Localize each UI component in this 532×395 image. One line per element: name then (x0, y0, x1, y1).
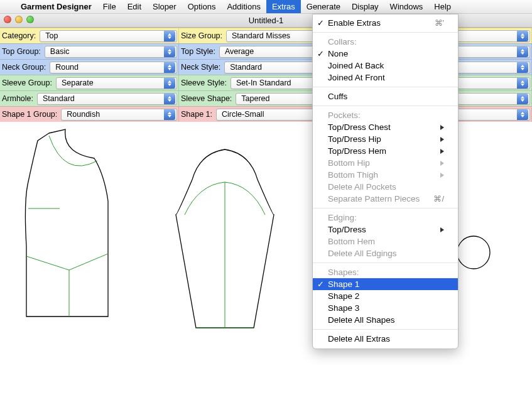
system-menubar: Garment Designer File Edit Sloper Option… (0, 0, 532, 14)
label-category: Category: (2, 31, 36, 40)
menu-item-delete-all-pockets: Delete All Pockets (313, 181, 458, 193)
select-armhole[interactable]: Standard (37, 93, 177, 105)
menu-item-collar-joined-front[interactable]: Joined At Front (313, 72, 458, 84)
menu-item-delete-all-edgings: Delete All Edgings (313, 247, 458, 259)
chevron-right-icon (440, 149, 444, 154)
label-armhole: Armhole: (2, 94, 33, 103)
shortcut: ⌘' (435, 18, 444, 28)
label-shape1: Shape 1: (181, 110, 212, 119)
chevron-updown-icon (164, 31, 175, 41)
svg-point-0 (457, 236, 490, 269)
menu-item-delete-all-shapes[interactable]: Delete All Shapes (313, 314, 458, 326)
select-neck-group[interactable]: Round (50, 62, 177, 73)
chevron-right-icon (440, 161, 444, 166)
label-sleeve-style: Sleeve Style: (181, 78, 227, 87)
window-controls (4, 16, 34, 23)
menu-item-enable-extras[interactable]: Enable Extras ⌘' (313, 17, 458, 29)
label-neck-style: Neck Style: (181, 63, 220, 72)
menu-item-collar-joined-back[interactable]: Joined At Back (313, 60, 458, 72)
menu-help[interactable]: Help (428, 0, 457, 13)
chevron-updown-icon (164, 46, 175, 57)
label-top-group: Top Group: (2, 47, 41, 56)
menu-item-pocket-bottom-thigh: Bottom Thigh (313, 169, 458, 181)
menu-item-delete-all-extras[interactable]: Delete All Extras (313, 333, 458, 345)
chevron-right-icon (440, 125, 444, 130)
menu-item-collar-none[interactable]: None (313, 48, 458, 60)
pattern-piece-front-left (19, 128, 116, 323)
menu-file[interactable]: File (97, 0, 122, 13)
app-menu[interactable]: Garment Designer (15, 2, 97, 11)
chevron-updown-icon (517, 78, 528, 89)
pattern-piece-left-sleeve (170, 147, 280, 335)
menu-additions[interactable]: Additions (221, 0, 266, 13)
menu-item-pocket-hip[interactable]: Top/Dress Hip (313, 133, 458, 145)
minimize-window-button[interactable] (15, 16, 23, 23)
menu-header-edging: Edging: (313, 212, 458, 224)
chevron-updown-icon (517, 46, 528, 57)
menu-options[interactable]: Options (182, 0, 222, 13)
pattern-piece-shape1 (455, 234, 492, 271)
select-top-group[interactable]: Basic (45, 46, 177, 58)
select-shape1-group[interactable]: Roundish (61, 109, 177, 121)
label-shape1-group: Shape 1 Group: (2, 110, 57, 119)
chevron-right-icon (440, 227, 444, 232)
menu-item-shape-2[interactable]: Shape 2 (313, 290, 458, 302)
menu-extras[interactable]: Extras (266, 0, 301, 13)
select-category[interactable]: Top (40, 30, 177, 42)
menu-generate[interactable]: Generate (301, 0, 346, 13)
menu-item-edging-bottom-hem: Bottom Hem (313, 235, 458, 247)
menu-item-shape-3[interactable]: Shape 3 (313, 302, 458, 314)
menu-windows[interactable]: Windows (384, 0, 429, 13)
menu-display[interactable]: Display (346, 0, 384, 13)
chevron-updown-icon (164, 109, 175, 120)
menu-item-pocket-bottom-hip: Bottom Hip (313, 157, 458, 169)
menu-header-shapes: Shapes: (313, 266, 458, 278)
chevron-updown-icon (164, 78, 175, 89)
chevron-updown-icon (164, 62, 175, 73)
menu-item-cuffs[interactable]: Cuffs (313, 90, 458, 102)
label-top-style: Top Style: (181, 47, 215, 56)
menu-header-collars: Collars: (313, 36, 458, 48)
label-sleeve-group: Sleeve Group: (2, 78, 52, 87)
chevron-updown-icon (517, 62, 528, 73)
chevron-updown-icon (517, 31, 528, 41)
close-window-button[interactable] (4, 16, 11, 23)
menu-item-edging-top-dress[interactable]: Top/Dress (313, 224, 458, 235)
zoom-window-button[interactable] (26, 16, 34, 23)
select-sleeve-group[interactable]: Separate (56, 77, 177, 89)
chevron-right-icon (440, 137, 444, 142)
menu-header-pockets: Pockets: (313, 109, 458, 121)
chevron-updown-icon (164, 94, 175, 104)
menu-extras-dropdown: Enable Extras ⌘' Collars: None Joined At… (312, 14, 459, 349)
chevron-right-icon (440, 173, 444, 178)
menu-item-pocket-hem[interactable]: Top/Dress Hem (313, 145, 458, 157)
menu-item-separate-pattern-pieces: Separate Pattern Pieces⌘/ (313, 193, 458, 205)
menu-sloper[interactable]: Sloper (147, 0, 182, 13)
label-neck-group: Neck Group: (2, 63, 46, 72)
menu-edit[interactable]: Edit (122, 0, 147, 13)
menu-item-shape-1[interactable]: Shape 1 (313, 278, 458, 290)
chevron-updown-icon (517, 94, 528, 104)
label-sleeve-shape: Sleeve Shape: (181, 94, 232, 103)
window-title: Untitled-1 (249, 16, 284, 25)
menu-item-pocket-chest[interactable]: Top/Dress Chest (313, 121, 458, 133)
chevron-updown-icon (517, 109, 528, 120)
label-size-group: Size Group: (181, 31, 222, 40)
